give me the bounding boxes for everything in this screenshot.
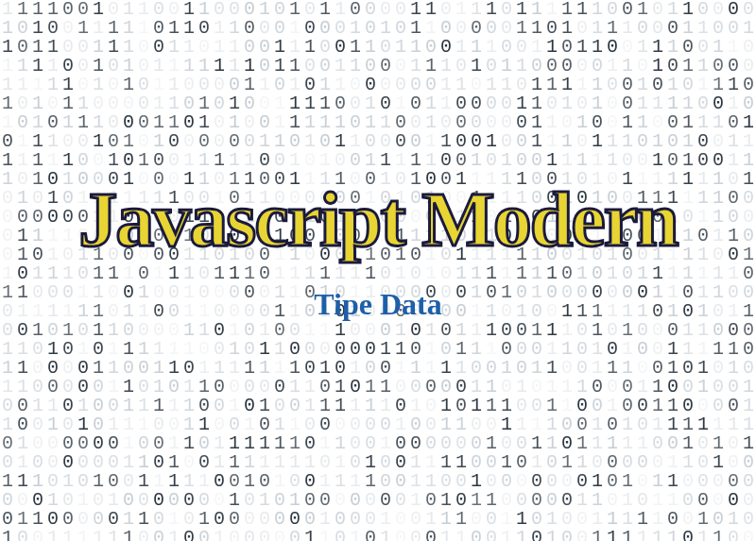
content-container: Javascript Modern Tipe Data: [0, 0, 756, 541]
main-title: Javascript Modern: [78, 181, 677, 259]
subtitle: Tipe Data: [314, 287, 441, 322]
